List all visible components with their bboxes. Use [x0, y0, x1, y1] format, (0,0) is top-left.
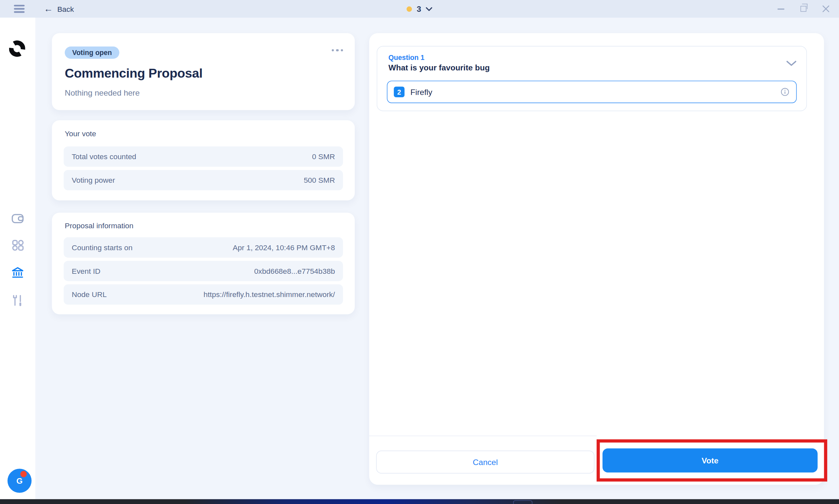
app-window: ← Back 3 [0, 0, 839, 504]
restore-icon [800, 6, 806, 12]
shimmer-logo-icon [9, 38, 25, 59]
proposal-information-card: Proposal information Counting starts on … [52, 213, 355, 314]
taskbar-strip [0, 499, 839, 504]
row-value: https://firefly.h.testnet.shimmer.networ… [204, 290, 335, 299]
restore-button[interactable] [792, 0, 815, 18]
your-vote-title: Your vote [65, 129, 96, 138]
minimize-button[interactable] [770, 0, 792, 18]
proposal-title: Commencing Proposal [65, 66, 202, 81]
question-text: What is your favourite bug [389, 63, 490, 72]
cancel-button[interactable]: Cancel [376, 451, 595, 473]
node-url-row: Node URL https://firefly.h.testnet.shimm… [64, 284, 343, 305]
sidebar-item-wallet-icon[interactable] [11, 212, 24, 225]
minimize-icon [777, 8, 784, 9]
back-button[interactable]: ← Back [44, 0, 74, 18]
cancel-label: Cancel [473, 457, 498, 467]
menu-icon[interactable] [14, 5, 24, 13]
question-number: Question 1 [389, 53, 425, 61]
vote-label: Vote [702, 456, 718, 465]
window-controls [770, 0, 837, 18]
sidebar-item-settings-icon[interactable] [11, 294, 24, 307]
row-label: Voting power [72, 176, 115, 184]
more-options-button[interactable] [332, 49, 343, 51]
vote-button[interactable]: Vote [603, 448, 818, 472]
status-badge: Voting open [65, 47, 119, 59]
row-label: Node URL [72, 290, 107, 299]
profile-avatar[interactable]: G [7, 469, 32, 492]
row-label: Counting starts on [72, 243, 133, 252]
profile-switcher[interactable]: 3 [407, 0, 432, 18]
notification-dot [20, 471, 27, 478]
profile-label: 3 [417, 4, 421, 14]
answer-index-badge: 2 [394, 87, 405, 97]
row-value: 0xbd668e8...e7754b38b [254, 267, 335, 275]
answer-label: Firefly [410, 87, 432, 96]
footer-divider [369, 435, 597, 436]
total-votes-row: Total votes counted 0 SMR [64, 146, 343, 167]
taskbar-item-outline [513, 500, 532, 504]
accordion-chevron-down-icon[interactable] [786, 60, 797, 66]
close-icon [822, 5, 829, 12]
back-label: Back [57, 4, 74, 13]
proposal-description: Nothing needed here [65, 88, 140, 97]
row-value: Apr 1, 2024, 10:46 PM GMT+8 [233, 243, 335, 252]
back-arrow-icon: ← [44, 4, 53, 14]
highlight-annotation: Vote [597, 439, 827, 482]
row-label: Event ID [72, 267, 101, 275]
info-icon[interactable] [781, 88, 789, 96]
sidebar-item-governance-icon[interactable] [11, 266, 24, 279]
your-vote-card: Your vote Total votes counted 0 SMR Voti… [52, 120, 355, 200]
voting-power-row: Voting power 500 SMR [64, 170, 343, 190]
event-id-row: Event ID 0xbd668e8...e7754b38b [64, 261, 343, 281]
sidebar: G [0, 18, 35, 499]
sidebar-item-collectibles-icon[interactable] [11, 239, 24, 252]
close-button[interactable] [815, 0, 837, 18]
title-bar: ← Back 3 [0, 0, 839, 18]
row-value: 0 SMR [312, 152, 335, 161]
question-accordion: Question 1 What is your favourite bug 2 … [377, 46, 807, 111]
counting-starts-row: Counting starts on Apr 1, 2024, 10:46 PM… [64, 237, 343, 258]
chevron-down-icon [426, 6, 432, 11]
proposal-information-title: Proposal information [65, 221, 134, 230]
profile-status-dot-icon [407, 6, 412, 12]
row-label: Total votes counted [72, 152, 136, 161]
voting-panel: Question 1 What is your favourite bug 2 … [369, 33, 824, 485]
answer-option-firefly[interactable]: 2 Firefly [387, 80, 797, 103]
row-value: 500 SMR [304, 176, 335, 184]
avatar-initial: G [16, 476, 23, 485]
proposal-header-card: Voting open Commencing Proposal Nothing … [52, 33, 355, 110]
